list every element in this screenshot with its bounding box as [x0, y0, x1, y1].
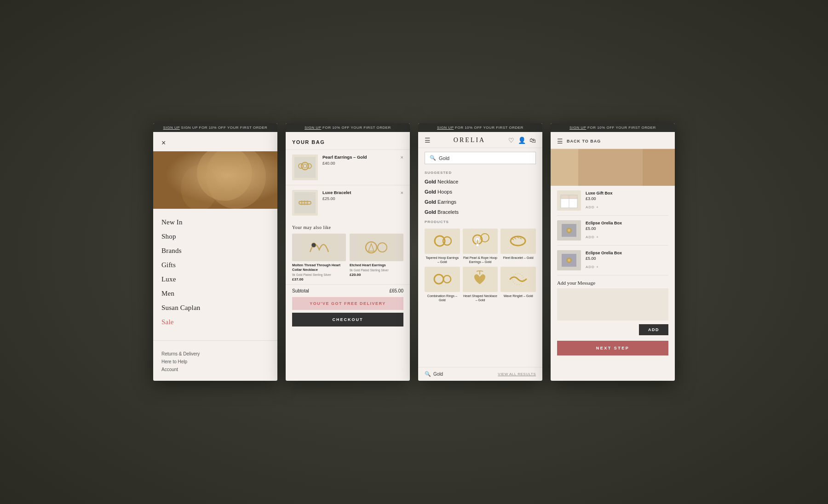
bag-item-2-price: £25.00: [322, 196, 396, 201]
product-flat-pearl[interactable]: Flat Pearl & Rope Hoop Earrings – Gold: [463, 229, 498, 264]
svg-rect-42: [643, 149, 675, 186]
gift-item-2-add[interactable]: ADD +: [586, 235, 599, 239]
like-item-1-image: [292, 234, 346, 261]
gift-item-3-add[interactable]: ADD +: [586, 265, 599, 269]
bag-item-1: Pearl Earrings – Gold £40.00 ×: [286, 149, 410, 185]
gift-item-3-info: Eclipse Orelia Box £5.00 ADD +: [586, 251, 668, 270]
nav-item-shop[interactable]: Shop: [161, 229, 269, 244]
add-button[interactable]: ADD: [639, 324, 668, 335]
nav-item-gifts[interactable]: Gifts: [161, 258, 269, 272]
svg-point-25: [476, 244, 479, 246]
svg-point-2: [181, 165, 218, 209]
signup-link-3[interactable]: SIGN UP: [437, 126, 454, 130]
orelia-logo: ORELIA: [454, 137, 485, 144]
subtotal-label: Subtotal: [292, 288, 309, 293]
nav-header: ×: [153, 132, 277, 151]
product-heart-necklace-img: [463, 267, 498, 292]
nav-item-new-in[interactable]: New In: [161, 215, 269, 229]
nav-item-sale[interactable]: Sale: [161, 315, 269, 329]
hamburger-icon[interactable]: ☰: [425, 137, 431, 144]
product-fleet-bracelet-name: Fleet Bracelet – Gold: [500, 256, 536, 260]
gift-item-3-name: Eclipse Orelia Box: [586, 251, 668, 255]
svg-rect-10: [301, 200, 303, 205]
like-item-1[interactable]: Molten Thread Through Heart Collar Neckl…: [292, 234, 346, 281]
product-wave-ringlet[interactable]: Wave Ringlet – Gold: [500, 267, 536, 302]
subtotal-value: £65.00: [389, 288, 403, 293]
bag-item-1-info: Pearl Earrings – Gold £40.00: [322, 155, 396, 166]
view-all-results-link[interactable]: VIEW ALL RESULTS: [498, 372, 536, 376]
gift-item-3-image: [557, 250, 581, 270]
nav-hero-image: [153, 151, 277, 209]
checkout-button[interactable]: CHECKOUT: [292, 313, 403, 326]
you-may-like-title: Your may also like: [292, 225, 403, 230]
top-banner-2: SIGN UP FOR 10% OFF YOUR FIRST ORDER: [286, 123, 410, 132]
account-link[interactable]: Account: [161, 366, 269, 373]
bag-item-1-name: Pearl Earrings – Gold: [322, 155, 396, 160]
gift-item-2-name: Eclipse Orelia Box: [586, 221, 668, 225]
gift-item-3: Eclipse Orelia Box £5.00 ADD +: [557, 246, 668, 275]
search-footer-left: 🔍 Gold: [425, 371, 443, 377]
gift-item-2-info: Eclipse Orelia Box £5.00 ADD +: [586, 221, 668, 240]
signup-link-2[interactable]: SIGN UP: [305, 126, 321, 130]
signup-link-1[interactable]: SIGN UP: [163, 126, 180, 130]
bag-subtotal: Subtotal £65.00: [286, 284, 410, 297]
svg-rect-27: [506, 229, 531, 254]
gift-item-1-add[interactable]: ADD +: [586, 205, 599, 209]
screen-gift: SIGN UP FOR 10% OFF YOUR FIRST ORDER ☰ B…: [551, 123, 675, 381]
bag-icon[interactable]: 🛍: [529, 137, 536, 144]
product-tapered-hoop-name: Tapered Hoop Earrings – Gold: [425, 256, 460, 264]
product-combination-rings-name: Combination Rings – Gold: [425, 294, 460, 302]
search-icon-main: 🔍: [430, 155, 436, 161]
search-footer: 🔍 Gold VIEW ALL RESULTS: [418, 367, 542, 381]
product-tapered-hoop[interactable]: Tapered Hoop Earrings – Gold: [425, 229, 460, 264]
like-item-2-name: Etched Heart Earrings: [350, 263, 403, 268]
free-delivery-button[interactable]: YOU'VE GOT FREE DELIVERY: [292, 297, 403, 310]
screen-navigation: SIGN UP SIGN UP FOR 10% OFF YOUR FIRST O…: [153, 123, 277, 381]
suggested-gold-necklace[interactable]: Gold Necklace: [418, 177, 542, 187]
gift-item-1-price: £3.00: [586, 196, 668, 201]
products-grid: Tapered Hoop Earrings – Gold Flat Pearl …: [418, 226, 542, 305]
product-fleet-bracelet-img: [500, 229, 536, 254]
back-to-bag-link[interactable]: BACK TO BAG: [567, 139, 601, 143]
top-banner-3: SIGN UP FOR 10% OFF YOUR FIRST ORDER: [418, 123, 542, 132]
add-message-textarea[interactable]: [557, 288, 668, 321]
product-heart-necklace[interactable]: Heart Shaped Necklace – Gold: [463, 267, 498, 302]
svg-point-14: [311, 243, 316, 247]
suggested-gold-bracelets[interactable]: Gold Bracelets: [418, 207, 542, 217]
account-icon[interactable]: 👤: [518, 137, 526, 144]
search-bar: 🔍: [425, 152, 536, 164]
search-input[interactable]: [439, 155, 531, 161]
gift-item-1-info: Luxe Gift Box £3.00 ADD +: [586, 191, 668, 210]
search-header: ☰ ORELIA ♡ 👤 🛍: [418, 132, 542, 148]
nav-item-luxe[interactable]: Luxe: [161, 272, 269, 286]
svg-rect-13: [301, 234, 338, 261]
product-combination-rings-img: [425, 267, 460, 292]
like-item-1-sub: 9k Gold Plated Sterling Silver: [292, 273, 346, 276]
product-combination-rings[interactable]: Combination Rings – Gold: [425, 267, 460, 302]
gift-item-1: Luxe Gift Box £3.00 ADD +: [557, 186, 668, 216]
signup-link-4[interactable]: SIGN UP: [569, 126, 586, 130]
bag-item-1-remove[interactable]: ×: [401, 155, 403, 160]
suggested-gold-earrings[interactable]: Gold Earrings: [418, 197, 542, 207]
nav-item-susan-caplan[interactable]: Susan Caplan: [161, 301, 269, 315]
bag-item-2-image: [292, 190, 318, 216]
suggested-items: Gold Necklace Gold Hoops Gold Earrings G…: [418, 177, 542, 217]
help-link[interactable]: Here to Help: [161, 358, 269, 366]
next-step-button[interactable]: NEXT STEP: [557, 341, 668, 355]
gift-item-2: Eclipse Orelia Box £5.00 ADD +: [557, 216, 668, 246]
add-message-title: Add your Message: [551, 275, 675, 288]
close-button[interactable]: ×: [161, 139, 166, 147]
suggested-gold-hoops[interactable]: Gold Hoops: [418, 187, 542, 197]
like-item-2[interactable]: Etched Heart Earrings 9k Gold Plated Ste…: [350, 234, 403, 281]
wishlist-icon[interactable]: ♡: [508, 137, 514, 144]
gift-menu-icon[interactable]: ☰: [557, 137, 563, 145]
product-flat-pearl-name: Flat Pearl & Rope Hoop Earrings – Gold: [463, 256, 498, 264]
nav-item-brands[interactable]: Brands: [161, 244, 269, 258]
product-fleet-bracelet[interactable]: Fleet Bracelet – Gold: [500, 229, 536, 264]
product-flat-pearl-img: [463, 229, 498, 254]
bag-header: YOUR BAG: [286, 132, 410, 149]
returns-delivery-link[interactable]: Returns & Delivery: [161, 350, 269, 358]
like-grid: Molten Thread Through Heart Collar Neckl…: [292, 234, 403, 281]
bag-item-2-remove[interactable]: ×: [401, 190, 403, 195]
nav-item-men[interactable]: Men: [161, 286, 269, 301]
